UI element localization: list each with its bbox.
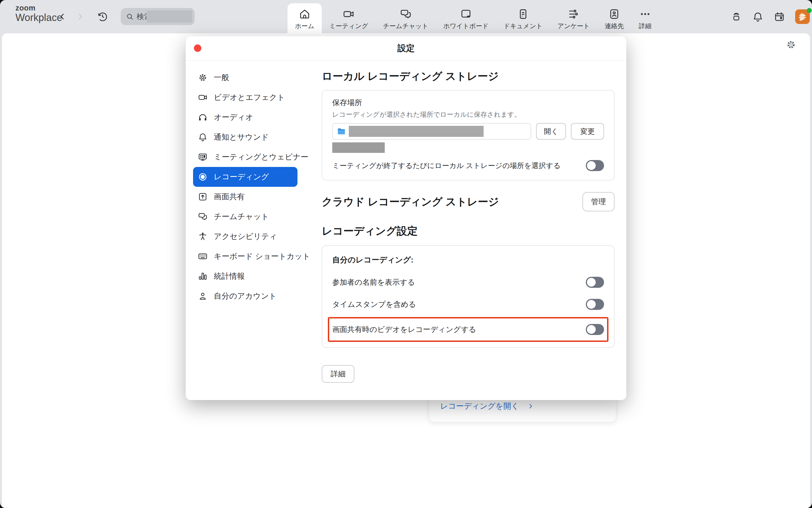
choose-location-row: ミーティングが終了するたびにローカル ストレージの場所を選択する [332, 160, 604, 171]
presence-dot [807, 8, 812, 13]
toggle-knob [587, 278, 596, 287]
tab-label: アンケート [557, 22, 590, 30]
storage-path-field[interactable] [332, 123, 531, 140]
tab-label: ホワイトボード [443, 22, 489, 30]
sidebar-item-label: オーディオ [214, 112, 253, 123]
home-icon [299, 8, 311, 20]
chat-bubbles-icon [400, 8, 412, 20]
avatar-text: 参 [799, 12, 806, 22]
settings-dialog: 設定 一般 ビデオとエフェクト オーディオ 通知とサウンド [186, 36, 626, 400]
zoom-workplace-window: zoom Workplace 検索 ホーム [0, 0, 812, 508]
tab-contacts[interactable]: 連絡先 [597, 0, 631, 33]
settings-sidebar: 一般 ビデオとエフェクト オーディオ 通知とサウンド ミーティングとウェビナー [186, 60, 305, 306]
whiteboard-icon [460, 8, 472, 20]
sidebar-item-meetings-webinars[interactable]: ミーティングとウェビナー [193, 147, 298, 167]
sidebar-item-team-chat[interactable]: チームチャット [193, 207, 298, 226]
sidebar-item-my-account[interactable]: 自分のアカウント [193, 286, 298, 306]
sidebar-item-general[interactable]: 一般 [193, 68, 298, 87]
page-settings-gear-icon[interactable] [786, 39, 796, 50]
tab-surveys[interactable]: アンケート [550, 0, 597, 33]
path-redaction [349, 126, 484, 137]
share-screen-icon [198, 192, 208, 202]
record-video-during-share-toggle[interactable] [586, 324, 604, 335]
sidebar-item-keyboard-shortcuts[interactable]: キーボード ショートカット [193, 246, 298, 266]
sidebar-item-label: 画面共有 [214, 192, 245, 202]
close-button[interactable] [194, 44, 201, 52]
advanced-button[interactable]: 詳細 [322, 365, 354, 383]
search-redaction [146, 10, 192, 23]
choose-location-label: ミーティングが終了するたびにローカル ストレージの場所を選択する [332, 161, 561, 171]
sidebar-item-recording[interactable]: レコーディング [193, 167, 298, 187]
open-button[interactable]: 開く [536, 123, 566, 140]
contacts-icon [608, 8, 620, 20]
zoom-workplace-logo: zoom Workplace [15, 4, 62, 23]
nav-forward-button[interactable] [74, 9, 86, 24]
history-icon [96, 10, 109, 23]
choose-location-toggle[interactable] [586, 160, 604, 171]
sidebar-item-label: ビデオとエフェクト [214, 92, 285, 103]
avatar[interactable]: 参 [795, 9, 810, 24]
manage-button[interactable]: 管理 [582, 192, 615, 211]
record-icon [198, 172, 208, 182]
tab-home[interactable]: ホーム [287, 3, 322, 33]
open-recordings-link[interactable]: レコーディングを開く [440, 401, 534, 412]
show-participant-names-toggle[interactable] [586, 277, 604, 288]
sidebar-item-label: 統計情報 [214, 271, 245, 282]
include-timestamp-toggle[interactable] [586, 299, 604, 310]
tab-label: ドキュメント [503, 22, 542, 30]
sidebar-item-label: アクセシビリティ [214, 231, 277, 242]
tab-label: ホーム [295, 22, 314, 30]
video-camera-icon [198, 92, 208, 102]
setting-label: 参加者の名前を表示する [332, 277, 415, 287]
search-input[interactable]: 検索 [121, 8, 195, 25]
local-storage-heading: ローカル レコーディング ストレージ [322, 69, 615, 83]
tab-team-chat[interactable]: チームチャット [376, 0, 436, 33]
notifications-bell-icon[interactable] [752, 11, 764, 23]
storage-info-redaction [332, 142, 385, 153]
sidebar-item-label: 一般 [214, 72, 229, 83]
sidebar-item-accessibility[interactable]: アクセシビリティ [193, 226, 298, 246]
chevron-right-icon [76, 12, 84, 21]
chevron-left-icon [58, 12, 67, 21]
tab-docs[interactable]: ドキュメント [496, 0, 550, 33]
sidebar-item-video-effects[interactable]: ビデオとエフェクト [193, 87, 298, 107]
sidebar-item-label: ミーティングとウェビナー [214, 152, 309, 162]
sidebar-item-label: キーボード ショートカット [214, 251, 310, 262]
sidebar-item-label: 通知とサウンド [214, 132, 269, 142]
my-recordings-label: 自分のレコーディング: [332, 255, 604, 265]
tab-more[interactable]: 詳細 [631, 0, 659, 33]
headphones-icon [198, 112, 208, 122]
change-button[interactable]: 変更 [571, 123, 604, 140]
logo-line-zoom: zoom [15, 4, 62, 12]
video-camera-icon [343, 8, 355, 20]
top-bar: zoom Workplace 検索 ホーム [0, 0, 812, 33]
setting-label: タイムスタンプを含める [332, 299, 416, 309]
cloud-storage-heading: クラウド レコーディング ストレージ [322, 195, 499, 209]
bell-icon [198, 132, 208, 142]
tab-label: 詳細 [639, 22, 652, 30]
sidebar-item-audio[interactable]: オーディオ [193, 107, 298, 127]
tab-whiteboard[interactable]: ホワイトボード [436, 0, 496, 33]
nav-back-button[interactable] [56, 9, 69, 24]
search-icon [126, 12, 134, 21]
sidebar-item-screen-share[interactable]: 画面共有 [193, 187, 298, 207]
sidebar-item-notifications[interactable]: 通知とサウンド [193, 127, 298, 147]
cloud-storage-row: クラウド レコーディング ストレージ 管理 [322, 192, 615, 211]
settings-main-panel: ローカル レコーディング ストレージ 保存場所 レコーディングが選択された場所で… [322, 60, 615, 383]
recording-settings-card: 自分のレコーディング: 参加者の名前を表示する タイムスタンプを含める 画面共有… [322, 245, 615, 348]
toggle-knob [587, 325, 596, 334]
tab-meetings[interactable]: ミーティング [322, 0, 376, 33]
person-icon [198, 291, 208, 301]
sidebar-item-statistics[interactable]: 統計情報 [193, 266, 298, 286]
toggle-knob [587, 161, 596, 170]
home-page-content: レコーディングを開く 設定 一般 ビデオとエフェクト [2, 33, 810, 508]
local-storage-card: 保存場所 レコーディングが選択された場所でローカルに保存されます。 開く 変更 … [322, 90, 615, 180]
connect-device-icon[interactable] [731, 11, 742, 23]
open-recordings-label: レコーディングを開く [440, 401, 519, 412]
toggle-knob [587, 300, 596, 309]
history-button[interactable] [96, 10, 109, 24]
calendar-icon[interactable] [774, 11, 785, 23]
dialog-title: 設定 [186, 36, 626, 60]
save-location-row: 開く 変更 [332, 123, 604, 140]
accessibility-icon [198, 231, 208, 242]
